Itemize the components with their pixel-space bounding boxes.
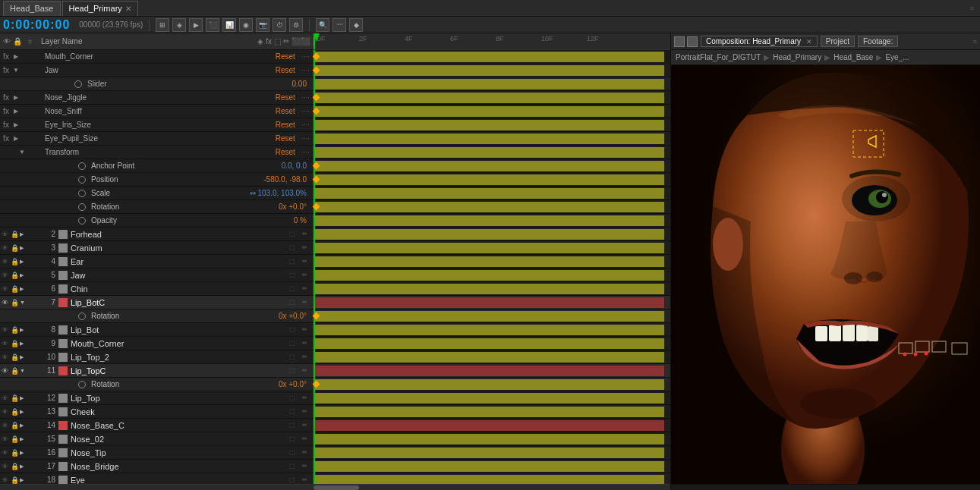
lock-2[interactable]: 🔒	[11, 231, 18, 238]
eye-5[interactable]: 👁	[2, 272, 9, 279]
tl-17	[314, 460, 670, 473]
icon-render[interactable]: ▶	[189, 18, 203, 32]
header-motion-icon[interactable]: ⬚	[274, 37, 281, 46]
exp-pupil[interactable]: ▶	[11, 134, 20, 143]
eye-2[interactable]: 👁	[2, 231, 9, 238]
bar-7	[314, 297, 664, 308]
expand-16[interactable]: ▶	[20, 450, 27, 456]
header-fx-icon[interactable]: fx	[266, 37, 272, 46]
eye-10[interactable]: 👁	[2, 353, 9, 361]
icon-camera[interactable]: 📷	[256, 18, 269, 32]
icon-preview[interactable]: ⬛	[206, 18, 219, 32]
expand-9[interactable]: ▶	[20, 341, 27, 347]
lock-11[interactable]: 🔒	[11, 367, 18, 375]
scroll-thumb-h[interactable]	[314, 485, 359, 490]
expand-2[interactable]: ▶	[20, 231, 27, 237]
lock-5[interactable]: 🔒	[11, 272, 18, 279]
exp-transform[interactable]: ▼	[17, 148, 27, 157]
tab-head-primary[interactable]: Head_Primary ✕	[62, 1, 138, 16]
eye-15[interactable]: 👁	[2, 435, 9, 443]
tab-head-base-label: Head_Base	[10, 4, 54, 13]
lock-10[interactable]: 🔒	[11, 353, 18, 361]
eye-6[interactable]: 👁	[2, 285, 9, 293]
exp-iris[interactable]: ▶	[11, 121, 20, 130]
lock-15[interactable]: 🔒	[11, 435, 18, 443]
expand-12[interactable]: ▶	[20, 395, 27, 401]
stopwatch-opacity	[76, 215, 88, 227]
header-more-icons[interactable]: ⬛⬛	[291, 37, 310, 46]
lock-18[interactable]: 🔒	[11, 476, 18, 484]
lock-13[interactable]: 🔒	[11, 408, 18, 416]
eye-3[interactable]: 👁	[2, 244, 9, 252]
lock-12[interactable]: 🔒	[11, 394, 18, 402]
eye-14[interactable]: 👁	[2, 422, 9, 429]
eye-13[interactable]: 👁	[2, 408, 9, 416]
lock-17[interactable]: 🔒	[11, 463, 18, 470]
comp-tab-comp[interactable]: Composition: Head_Primary ✕	[701, 36, 818, 47]
lock-14[interactable]: 🔒	[11, 422, 18, 429]
stopwatch-rot	[76, 201, 88, 213]
eye-12[interactable]: 👁	[2, 394, 9, 402]
ruler-6f: 6F	[450, 35, 458, 42]
expand-icon-mc[interactable]: ▶	[11, 52, 20, 61]
lock-4[interactable]: 🔒	[11, 258, 18, 265]
icon-keyframe[interactable]: ◆	[349, 18, 363, 32]
sw-11-1: ⬚	[287, 366, 298, 376]
icon-solo[interactable]: ◈	[172, 18, 186, 32]
lock-6[interactable]: 🔒	[11, 285, 18, 293]
eye-17[interactable]: 👁	[2, 463, 9, 470]
comp-menu-icon[interactable]: ≡	[973, 38, 977, 46]
expand-18[interactable]: ▶	[20, 477, 27, 483]
expand-14[interactable]: ▶	[20, 422, 27, 429]
expand-8[interactable]: ▶	[20, 327, 27, 333]
icon-time[interactable]: ⏱	[273, 18, 286, 32]
expand-7[interactable]: ▼	[20, 300, 27, 305]
lock-3[interactable]: 🔒	[11, 244, 18, 252]
expand-10[interactable]: ▶	[20, 354, 27, 360]
comp-close-icon[interactable]: ✕	[806, 38, 812, 46]
header-switch-1[interactable]: ◈	[257, 37, 263, 46]
expand-15[interactable]: ▶	[20, 436, 27, 442]
layers-scroll[interactable]: fx ▶ Mouth_Corner Reset ···· fx	[0, 50, 670, 484]
sw-15-1: ⬚	[287, 434, 298, 444]
comp-tab-project[interactable]: Project	[821, 36, 855, 47]
eye-16[interactable]: 👁	[2, 449, 9, 457]
exp-ns[interactable]: ▶	[11, 107, 20, 116]
lock-8[interactable]: 🔒	[11, 326, 18, 334]
header-eye-icon[interactable]: 👁	[3, 37, 11, 46]
expand-13[interactable]: ▶	[20, 409, 27, 415]
exp-nj[interactable]: ▶	[11, 93, 20, 102]
header-lock-icon[interactable]: 🔒	[13, 37, 22, 46]
icon-layer-controls[interactable]: ⊞	[156, 18, 169, 32]
expand-4[interactable]: ▶	[20, 259, 27, 265]
panel-menu-icon[interactable]: ≡	[970, 5, 977, 12]
eye-11[interactable]: 👁	[2, 367, 9, 375]
bar-jaw	[314, 65, 664, 76]
timeline-scroll-h[interactable]	[0, 484, 670, 490]
lock-16[interactable]: 🔒	[11, 449, 18, 457]
eye-9[interactable]: 👁	[2, 340, 9, 347]
expand-6[interactable]: ▶	[20, 286, 27, 292]
eye-4[interactable]: 👁	[2, 258, 9, 265]
expand-3[interactable]: ▶	[20, 245, 27, 251]
icon-mask[interactable]: ◉	[239, 18, 253, 32]
expand-5[interactable]: ▶	[20, 272, 27, 278]
expand-11[interactable]: ▼	[20, 368, 27, 373]
eye-7[interactable]: 👁	[2, 299, 9, 306]
icon-wave[interactable]: 〰	[332, 18, 346, 32]
eye-8[interactable]: 👁	[2, 326, 9, 334]
lock-7[interactable]: 🔒	[11, 299, 18, 306]
comp-tab-footage[interactable]: Footage:	[858, 36, 898, 47]
tab-close-icon[interactable]: ✕	[125, 5, 131, 13]
icon-settings[interactable]: ⚙	[289, 18, 303, 32]
icon-zoom[interactable]: 🔍	[316, 18, 329, 32]
expand-jaw[interactable]: ▼	[11, 66, 20, 75]
header-pen-icon[interactable]: ✏	[283, 37, 289, 46]
icons-16: 👁 🔒 ▶	[0, 449, 42, 457]
lock-9[interactable]: 🔒	[11, 340, 18, 347]
tab-head-base[interactable]: Head_Base	[3, 1, 61, 16]
breadcrumb-sep-2: ▶	[824, 53, 830, 61]
eye-18[interactable]: 👁	[2, 476, 9, 484]
icon-graph[interactable]: 📊	[222, 18, 236, 32]
expand-17[interactable]: ▶	[20, 463, 27, 470]
